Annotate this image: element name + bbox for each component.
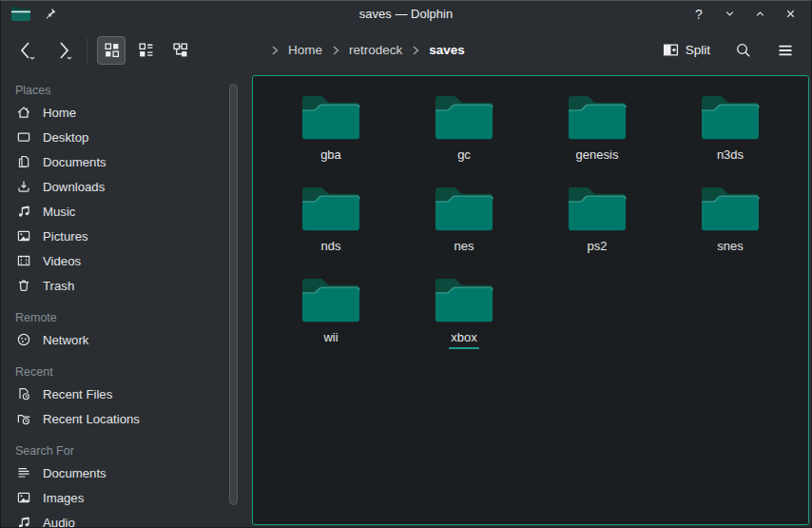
sidebar-item-label: Home [43,106,76,120]
desktop-icon [16,129,31,145]
sidebar-scrollbar [229,73,239,527]
icons-view-button[interactable] [97,36,126,65]
pin-icon[interactable] [43,7,57,21]
folder-view[interactable]: gba gc genesis n3ds nds [252,75,809,525]
folder-item-gba[interactable]: gba [264,91,397,183]
text-lines-icon [16,465,31,480]
sidebar-item-search-images[interactable]: Images [1,485,227,510]
chevron-right-icon [268,45,281,56]
sidebar-item-label: Audio [43,516,75,528]
folder-label: wii [321,331,339,349]
breadcrumb-home[interactable]: Home [281,40,329,60]
folder-icon [567,91,628,141]
menu-button[interactable] [771,36,800,65]
sidebar-item-label: Documents [43,155,106,169]
dolphin-window: saves — Dolphin ? [0,0,812,528]
sidebar-item-trash[interactable]: Trash [1,273,227,298]
folder-icon [700,183,761,232]
sidebar-item-music[interactable]: Music [1,199,227,224]
chevron-right-icon [329,45,342,56]
sidebar-item-label: Desktop [43,130,88,145]
folder-grid: gba gc genesis n3ds nds [253,76,808,365]
folder-label: gba [319,148,343,166]
back-button[interactable] [12,36,41,65]
sidebar-item-label: Network [43,333,88,347]
folder-label: genesis [574,148,621,166]
folder-icon [434,274,494,323]
split-icon [663,42,679,58]
sidebar-item-recent-locations[interactable]: Recent Locations [1,406,227,431]
folder-icon [700,91,761,141]
sidebar-item-search-audio[interactable]: Audio [1,510,227,527]
folder-item-genesis[interactable]: genesis [531,91,664,183]
section-title-recent: Recent [1,362,227,381]
download-icon [16,179,31,194]
sidebar-item-videos[interactable]: Videos [1,248,227,273]
maximize-button[interactable] [748,4,771,25]
image-icon [16,228,31,244]
sidebar-item-network[interactable]: Network [1,327,227,352]
folder-item-snes[interactable]: snes [664,183,797,274]
sidebar-item-label: Pictures [43,229,88,244]
folder-item-xbox[interactable]: xbox [397,274,531,365]
film-icon [16,253,31,268]
trash-icon [16,278,31,293]
folder-item-wii[interactable]: wii [264,274,397,365]
folder-label: n3ds [715,148,745,166]
folder-label: nes [453,240,476,258]
folder-item-gc[interactable]: gc [397,91,531,183]
music-note-icon [16,515,31,527]
folder-icon [567,183,628,232]
section-title-remote: Remote [1,308,227,327]
folder-item-ps2[interactable]: ps2 [531,183,664,274]
network-icon [16,332,31,347]
app-folder-icon [10,5,31,23]
places-panel: Places Home Desktop [1,73,227,527]
folder-label: nds [319,240,343,258]
breadcrumb-retrodeck[interactable]: retrodeck [342,40,409,60]
folder-item-nds[interactable]: nds [264,183,397,274]
folder-label: snes [715,240,744,258]
image-icon [16,490,31,505]
folder-icon [434,183,494,232]
sidebar-item-label: Images [43,491,84,505]
chevron-right-icon [409,45,422,56]
sidebar-item-label: Music [43,205,75,219]
details-view-button[interactable] [131,36,160,65]
forward-button[interactable] [48,36,77,65]
document-icon [16,154,31,169]
sidebar-item-home[interactable]: Home [1,100,227,125]
titlebar[interactable]: saves — Dolphin ? [1,1,811,27]
sidebar-item-pictures[interactable]: Pictures [1,224,227,248]
split-button[interactable]: Split [657,38,716,62]
sidebar-item-label: Recent Locations [43,412,140,426]
help-button[interactable]: ? [687,4,710,25]
folder-label: xbox [449,331,478,349]
folder-label: gc [455,148,473,166]
sidebar-item-label: Trash [43,279,74,293]
scrollbar-thumb[interactable] [229,84,238,505]
minimize-button[interactable] [718,4,741,25]
folder-label: ps2 [586,240,609,258]
close-button[interactable] [779,4,802,25]
folder-icon [300,91,361,141]
folder-icon [300,274,361,323]
breadcrumb: Home retrodeck saves [268,40,472,60]
music-note-icon [16,204,31,219]
tree-view-button[interactable] [165,36,194,65]
home-icon [16,105,31,120]
sidebar-item-downloads[interactable]: Downloads [1,174,227,199]
folder-item-nes[interactable]: nes [397,183,531,274]
folder-icon [434,91,494,141]
sidebar-item-search-documents[interactable]: Documents [1,460,227,485]
recent-files-icon [16,386,31,401]
toolbar: Home retrodeck saves Split [1,27,811,73]
folder-icon [300,183,361,232]
folder-item-n3ds[interactable]: n3ds [664,91,797,183]
sidebar-item-documents[interactable]: Documents [1,149,227,174]
sidebar-item-desktop[interactable]: Desktop [1,125,227,149]
sidebar-item-label: Videos [43,254,81,268]
sidebar-item-recent-files[interactable]: Recent Files [1,381,227,406]
breadcrumb-saves[interactable]: saves [422,40,472,60]
search-button[interactable] [729,36,758,65]
